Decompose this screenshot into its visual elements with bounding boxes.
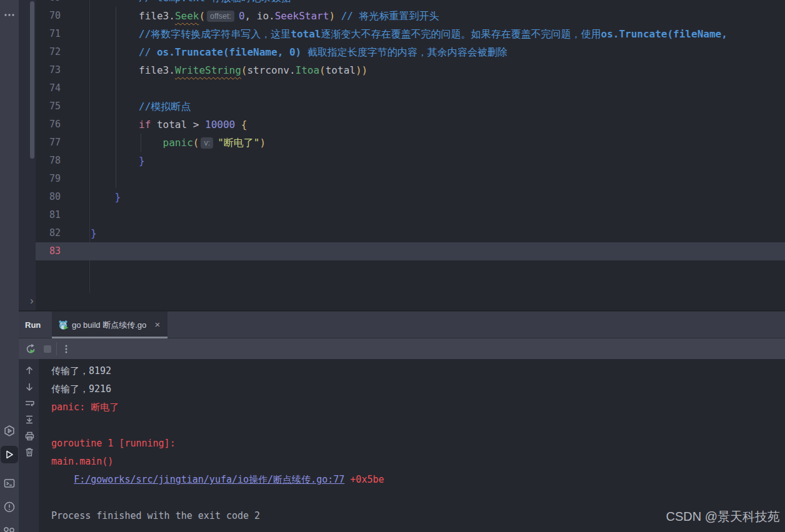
terminal-icon[interactable] bbox=[1, 475, 18, 492]
side-panel-edge bbox=[19, 0, 36, 310]
code-text: } bbox=[91, 188, 121, 206]
run-toolwindow-icon[interactable] bbox=[1, 446, 18, 463]
console-text bbox=[344, 474, 350, 485]
code-line-70[interactable]: 70 file3.Seek(offset:0, io.SeekStart) //… bbox=[36, 7, 785, 25]
console-text: +0x5be bbox=[350, 474, 384, 485]
code-token: , bbox=[245, 10, 257, 22]
code-token: //将数字转换成字符串写入，这里 bbox=[139, 28, 291, 40]
console-line: 传输了，8192 bbox=[39, 362, 785, 380]
code-token: // bbox=[139, 46, 157, 58]
code-line-75[interactable]: 75 //模拟断点 bbox=[36, 97, 785, 116]
code-token: 逐渐变大不存在覆盖不完的问题。如果存在覆盖不完问题，使用 bbox=[321, 28, 601, 40]
go-build-gopher-icon bbox=[58, 320, 69, 330]
console-text: 传输了，9216 bbox=[51, 383, 111, 395]
run-console-output[interactable]: 传输了，8192传输了，9216panic: 断电了goroutine 1 [r… bbox=[39, 359, 785, 532]
tab-close-icon[interactable]: × bbox=[152, 320, 162, 330]
code-token: ( bbox=[199, 10, 205, 22]
line-number: 73 bbox=[36, 61, 61, 79]
soft-wrap-icon[interactable] bbox=[24, 398, 35, 409]
scroll-to-end-icon[interactable] bbox=[24, 414, 35, 425]
rerun-icon[interactable] bbox=[24, 343, 36, 355]
code-token: "断电了" bbox=[218, 137, 259, 149]
code-token: . bbox=[269, 10, 275, 22]
code-token: 截取指定长度字节的内容，其余内容会被删除 bbox=[301, 46, 508, 58]
code-token: . bbox=[169, 64, 175, 76]
code-token: { bbox=[241, 119, 248, 131]
code-token: 10000 bbox=[205, 119, 235, 131]
stacktrace-file-link[interactable]: F:/goworks/src/jingtian/yufa/io操作/断点续传.g… bbox=[74, 474, 344, 485]
code-text: file3.Seek(offset:0, io.SeekStart) // 将光… bbox=[91, 7, 439, 25]
up-stacktrace-icon[interactable] bbox=[24, 365, 35, 376]
code-line-81[interactable]: 81 bbox=[36, 206, 785, 224]
code-token: } bbox=[91, 227, 97, 239]
stop-icon[interactable] bbox=[41, 343, 53, 355]
code-token bbox=[91, 0, 139, 4]
code-token: )) bbox=[356, 64, 368, 76]
line-number: 81 bbox=[36, 206, 61, 224]
line-number: 70 bbox=[36, 7, 61, 25]
code-line-69[interactable]: 69 // temp.txt 存放临时记录数据 bbox=[36, 0, 785, 7]
code-token: panic bbox=[163, 137, 193, 149]
print-icon[interactable] bbox=[24, 430, 35, 441]
code-line-73[interactable]: 73 file3.WriteString(strconv.Itoa(total)… bbox=[36, 61, 785, 79]
code-text: if total > 10000 { bbox=[91, 116, 247, 134]
code-line-80[interactable]: 80 } bbox=[36, 188, 785, 206]
code-line-71[interactable]: 71 //将数字转换成字符串写入，这里total逐渐变大不存在覆盖不完的问题。如… bbox=[36, 25, 785, 43]
line-number: 82 bbox=[36, 224, 61, 242]
line-number: 71 bbox=[36, 25, 61, 43]
version-control-icon[interactable] bbox=[1, 522, 18, 532]
down-stacktrace-icon[interactable] bbox=[24, 382, 35, 393]
code-token: // temp.txt 存放临时记录数据 bbox=[139, 0, 291, 4]
console-gutter-toolbar bbox=[19, 359, 39, 532]
code-line-83[interactable]: 83 bbox=[36, 242, 785, 260]
run-toolbar bbox=[19, 338, 785, 359]
side-panel-scrollbar[interactable] bbox=[30, 1, 34, 159]
code-text: //将数字转换成字符串写入，这里total逐渐变大不存在覆盖不完的问题。如果存在… bbox=[91, 25, 728, 43]
parameter-hint-inlay: v: bbox=[201, 137, 213, 149]
line-number: 74 bbox=[36, 79, 61, 97]
more-options-kebab-icon[interactable] bbox=[60, 343, 72, 355]
problems-icon[interactable] bbox=[1, 498, 18, 516]
line-number: 72 bbox=[36, 43, 61, 61]
code-token: // 将光标重置到开头 bbox=[341, 10, 439, 22]
code-token: Itoa bbox=[296, 64, 320, 76]
code-line-79[interactable]: 79 bbox=[36, 170, 785, 188]
code-token: //模拟断点 bbox=[139, 101, 191, 112]
console-line: F:/goworks/src/jingtian/yufa/io操作/断点续传.g… bbox=[39, 471, 785, 489]
more-horizontal-icon[interactable] bbox=[1, 6, 18, 24]
console-text: Process finished with the exit code 2 bbox=[51, 510, 260, 521]
line-number: 80 bbox=[36, 188, 61, 206]
code-line-82[interactable]: 82} bbox=[36, 224, 785, 242]
line-number: 69 bbox=[36, 0, 61, 7]
console-line: panic: 断电了 bbox=[39, 398, 785, 416]
code-token: total bbox=[326, 64, 356, 76]
clear-all-icon[interactable] bbox=[24, 446, 35, 458]
run-config-tab[interactable]: go build 断点续传.go × bbox=[52, 312, 168, 338]
code-line-76[interactable]: 76 if total > 10000 { bbox=[36, 116, 785, 134]
code-token: io bbox=[257, 10, 269, 22]
services-icon[interactable] bbox=[1, 422, 18, 440]
code-token bbox=[91, 64, 139, 76]
code-line-78[interactable]: 78 } bbox=[36, 152, 785, 170]
line-number: 79 bbox=[36, 170, 61, 188]
breadcrumb-chevron-icon[interactable]: › bbox=[30, 295, 40, 307]
code-editor[interactable]: 69 // temp.txt 存放临时记录数据70 file3.Seek(off… bbox=[36, 0, 785, 310]
code-line-72[interactable]: 72 // os.Truncate(fileName, 0) 截取指定长度字节的… bbox=[36, 43, 785, 61]
code-token: 0 bbox=[239, 10, 245, 22]
code-token bbox=[91, 46, 139, 58]
console-line bbox=[39, 416, 785, 435]
code-text: } bbox=[91, 224, 97, 242]
line-number: 76 bbox=[36, 116, 61, 134]
console-text: 传输了，8192 bbox=[51, 365, 111, 377]
code-line-74[interactable]: 74 bbox=[36, 79, 785, 97]
code-token: file3 bbox=[139, 64, 169, 76]
code-text: // os.Truncate(fileName, 0) 截取指定长度字节的内容，… bbox=[91, 43, 508, 61]
code-token: ( bbox=[319, 64, 326, 76]
run-tab-label: go build 断点续传.go bbox=[72, 312, 146, 338]
run-header: Run go build 断点续传.go × bbox=[19, 312, 785, 338]
console-text: goroutine 1 [running]: bbox=[51, 438, 176, 449]
code-token bbox=[91, 10, 139, 22]
code-line-77[interactable]: 77 panic(v:"断电了") bbox=[36, 134, 785, 152]
code-text: //模拟断点 bbox=[91, 97, 191, 116]
run-tool-window: Run go build 断点续传.go × bbox=[19, 310, 785, 532]
